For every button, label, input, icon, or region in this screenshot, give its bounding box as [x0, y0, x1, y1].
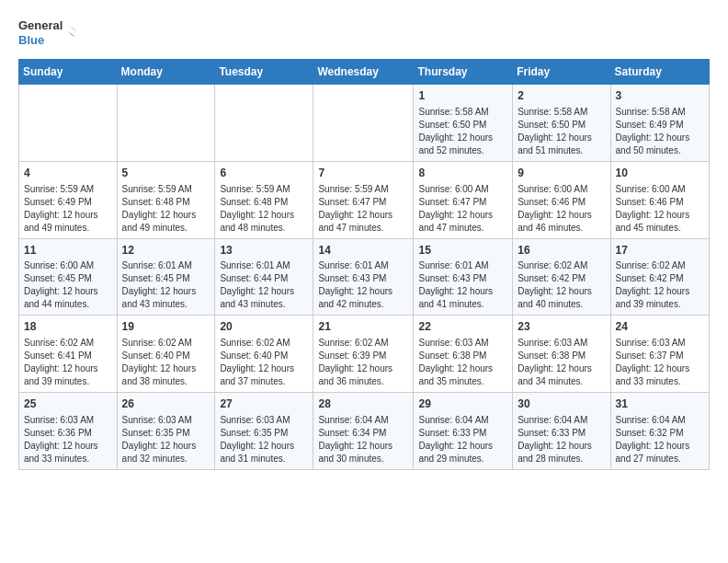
- day-number: 30: [518, 396, 605, 412]
- cell-text-line: Sunrise: 6:02 AM: [518, 259, 605, 272]
- day-number: 14: [318, 243, 408, 259]
- cell-text-line: Sunrise: 6:02 AM: [220, 337, 308, 350]
- cell-text-line: Sunrise: 6:03 AM: [616, 337, 704, 350]
- cell-text-line: Sunrise: 6:04 AM: [616, 414, 704, 427]
- cell-text-line: Daylight: 12 hours: [418, 362, 507, 375]
- day-number: 2: [518, 88, 605, 104]
- cell-text-line: and 33 minutes.: [24, 453, 112, 465]
- calendar-cell: 23Sunrise: 6:03 AMSunset: 6:38 PMDayligh…: [513, 316, 610, 393]
- svg-text:Blue: Blue: [18, 33, 44, 47]
- cell-text-line: Daylight: 12 hours: [24, 440, 112, 453]
- day-number: 16: [518, 243, 605, 259]
- cell-text-line: Sunset: 6:50 PM: [418, 119, 507, 132]
- day-number: 31: [616, 396, 704, 412]
- cell-text-line: Sunset: 6:33 PM: [518, 427, 605, 440]
- day-number: 4: [24, 166, 112, 181]
- cell-text-line: Sunrise: 6:03 AM: [418, 337, 507, 350]
- cell-text-line: Daylight: 12 hours: [24, 285, 112, 298]
- cell-text-line: Daylight: 12 hours: [518, 362, 605, 375]
- cell-text-line: Sunrise: 6:03 AM: [122, 414, 210, 427]
- day-number: 5: [122, 166, 210, 181]
- cell-text-line: Sunset: 6:48 PM: [220, 196, 308, 209]
- day-number: 10: [616, 166, 704, 181]
- cell-text-line: and 27 minutes.: [616, 453, 704, 465]
- cell-text-line: Sunset: 6:47 PM: [318, 196, 408, 209]
- cell-text-line: Sunset: 6:39 PM: [318, 350, 408, 362]
- calendar-cell: [313, 85, 414, 162]
- calendar-cell: 4Sunrise: 5:59 AMSunset: 6:49 PMDaylight…: [19, 161, 118, 238]
- cell-text-line: Daylight: 12 hours: [418, 440, 507, 453]
- cell-text-line: and 38 minutes.: [122, 375, 210, 388]
- day-number: 21: [318, 319, 408, 335]
- day-number: 8: [418, 166, 507, 181]
- cell-text-line: Sunrise: 6:02 AM: [318, 337, 408, 350]
- day-number: 28: [318, 396, 408, 412]
- cell-text-line: Sunrise: 6:04 AM: [318, 414, 408, 427]
- cell-text-line: Daylight: 12 hours: [318, 209, 408, 222]
- cell-text-line: Daylight: 12 hours: [616, 132, 704, 144]
- calendar-cell: [19, 85, 118, 162]
- cell-text-line: Sunrise: 6:00 AM: [24, 259, 112, 272]
- cell-text-line: Daylight: 12 hours: [616, 285, 704, 298]
- cell-text-line: Sunrise: 6:01 AM: [122, 259, 210, 272]
- cell-text-line: and 52 minutes.: [418, 144, 507, 157]
- cell-text-line: Sunset: 6:38 PM: [418, 350, 507, 362]
- cell-text-line: Sunrise: 6:01 AM: [418, 259, 507, 272]
- cell-text-line: Sunrise: 6:03 AM: [518, 337, 605, 350]
- cell-text-line: Daylight: 12 hours: [518, 440, 605, 453]
- cell-text-line: Daylight: 12 hours: [518, 285, 605, 298]
- cell-text-line: Daylight: 12 hours: [418, 285, 507, 298]
- cell-text-line: Sunset: 6:48 PM: [122, 196, 210, 209]
- calendar-cell: 16Sunrise: 6:02 AMSunset: 6:42 PMDayligh…: [513, 238, 610, 316]
- cell-text-line: Sunrise: 6:00 AM: [616, 183, 704, 196]
- cell-text-line: Sunrise: 6:01 AM: [318, 259, 408, 272]
- day-number: 18: [24, 319, 112, 335]
- day-number: 1: [418, 88, 507, 104]
- day-number: 29: [418, 396, 507, 412]
- calendar-cell: 28Sunrise: 6:04 AMSunset: 6:34 PMDayligh…: [313, 393, 414, 470]
- cell-text-line: Sunrise: 5:58 AM: [518, 106, 605, 119]
- calendar-cell: 30Sunrise: 6:04 AMSunset: 6:33 PMDayligh…: [513, 393, 610, 470]
- cell-text-line: Sunrise: 6:03 AM: [220, 414, 308, 427]
- day-number: 6: [220, 166, 308, 181]
- cell-text-line: Sunrise: 6:04 AM: [418, 414, 507, 427]
- day-number: 15: [418, 243, 507, 259]
- cell-text-line: Daylight: 12 hours: [518, 132, 605, 144]
- cell-text-line: Sunset: 6:35 PM: [220, 427, 308, 440]
- cell-text-line: Sunset: 6:46 PM: [518, 196, 605, 209]
- cell-text-line: and 51 minutes.: [518, 144, 605, 157]
- cell-text-line: and 47 minutes.: [418, 222, 507, 235]
- calendar-cell: 8Sunrise: 6:00 AMSunset: 6:47 PMDaylight…: [414, 161, 513, 238]
- cell-text-line: Daylight: 12 hours: [220, 285, 308, 298]
- calendar-cell: 31Sunrise: 6:04 AMSunset: 6:32 PMDayligh…: [610, 393, 709, 470]
- cell-text-line: and 50 minutes.: [616, 144, 704, 157]
- day-number: 12: [122, 243, 210, 259]
- cell-text-line: Sunset: 6:41 PM: [24, 350, 112, 362]
- cell-text-line: and 44 minutes.: [24, 298, 112, 311]
- cell-text-line: and 48 minutes.: [220, 222, 308, 235]
- cell-text-line: Daylight: 12 hours: [616, 362, 704, 375]
- calendar-table: SundayMondayTuesdayWednesdayThursdayFrid…: [18, 59, 710, 470]
- calendar-cell: 5Sunrise: 5:59 AMSunset: 6:48 PMDaylight…: [117, 161, 215, 238]
- day-number: 27: [220, 396, 308, 412]
- cell-text-line: Sunset: 6:38 PM: [518, 350, 605, 362]
- cell-text-line: Sunrise: 5:59 AM: [318, 183, 408, 196]
- day-number: 24: [616, 319, 704, 335]
- cell-text-line: Daylight: 12 hours: [616, 440, 704, 453]
- cell-text-line: Sunset: 6:36 PM: [24, 427, 112, 440]
- calendar-week-row: 18Sunrise: 6:02 AMSunset: 6:41 PMDayligh…: [19, 316, 710, 393]
- cell-text-line: and 42 minutes.: [318, 298, 408, 311]
- cell-text-line: Sunrise: 6:04 AM: [518, 414, 605, 427]
- day-number: 23: [518, 319, 605, 335]
- cell-text-line: and 41 minutes.: [418, 298, 507, 311]
- cell-text-line: Sunset: 6:34 PM: [318, 427, 408, 440]
- cell-text-line: Sunrise: 6:02 AM: [24, 337, 112, 350]
- cell-text-line: Daylight: 12 hours: [418, 209, 507, 222]
- calendar-cell: 1Sunrise: 5:58 AMSunset: 6:50 PMDaylight…: [414, 85, 513, 162]
- calendar-cell: 24Sunrise: 6:03 AMSunset: 6:37 PMDayligh…: [610, 316, 709, 393]
- cell-text-line: Daylight: 12 hours: [220, 440, 308, 453]
- cell-text-line: Sunrise: 6:00 AM: [418, 183, 507, 196]
- cell-text-line: Sunset: 6:40 PM: [220, 350, 308, 362]
- calendar-cell: 13Sunrise: 6:01 AMSunset: 6:44 PMDayligh…: [215, 238, 313, 316]
- cell-text-line: Sunset: 6:40 PM: [122, 350, 210, 362]
